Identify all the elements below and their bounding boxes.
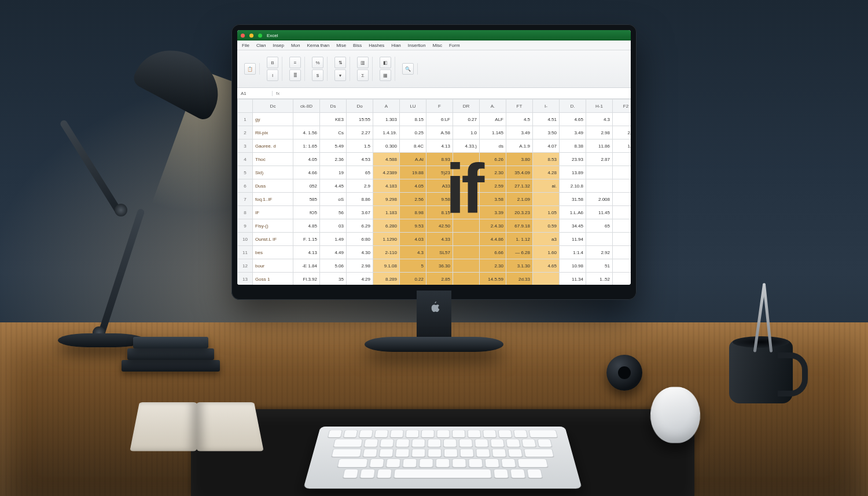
data-cell[interactable]: 1.L.A6 [560,206,586,219]
data-cell[interactable]: 4.49 [320,246,347,259]
data-cell[interactable]: 4.5 [506,113,533,126]
data-cell[interactable] [533,193,560,206]
data-cell[interactable]: 4.183 [373,179,400,193]
data-cell[interactable]: 4.66 [293,166,320,179]
fx-icon[interactable]: fx [273,91,283,96]
data-cell[interactable]: 4:29 [347,273,373,285]
column-header[interactable]: D. [560,100,586,113]
row-label-cell[interactable]: Ril-pix [253,126,293,139]
data-cell[interactable]: 20.3.23 [506,206,533,219]
data-cell[interactable]: 23.93 [560,153,586,166]
data-cell[interactable]: 1.49 [320,233,347,246]
data-cell[interactable]: 4.33 [426,233,453,246]
data-cell[interactable] [613,273,631,285]
data-cell[interactable]: 8.86 [347,193,373,206]
data-cell[interactable] [613,233,631,246]
data-cell[interactable]: 2.30 [480,259,506,273]
data-cell[interactable]: 2.36 [320,153,347,166]
data-cell[interactable]: 2.30 [480,166,506,179]
filter-icon[interactable]: ▾ [334,69,346,81]
row-header[interactable]: 8 [238,206,253,219]
data-cell[interactable]: 3:50 [533,126,560,139]
data-cell[interactable]: 6.26 [480,153,506,166]
data-cell[interactable]: 1..52 [586,273,613,285]
row-header[interactable]: 12 [238,259,253,273]
menu-item[interactable]: File [242,43,249,48]
data-cell[interactable]: 56 [320,206,347,219]
row-label-cell[interactable]: bour [253,259,293,273]
data-cell[interactable]: 34.45 [560,219,586,233]
row-label-cell[interactable]: Ounst.L IF [253,233,293,246]
data-cell[interactable]: F. 1.15 [293,233,320,246]
align-center-icon[interactable]: ≣ [289,69,301,81]
column-header[interactable]: H-1 [586,100,613,113]
row-label-cell[interactable]: foq.1..IF [253,193,293,206]
data-cell[interactable] [453,193,480,206]
data-cell[interactable]: 2.27 [347,126,373,139]
row-label-cell[interactable]: IF [253,206,293,219]
data-cell[interactable]: 1: 1.65 [293,139,320,153]
data-cell[interactable]: 3.80 [506,153,533,166]
data-cell[interactable] [613,166,631,179]
data-cell[interactable] [453,246,480,259]
row-header[interactable]: 5 [238,166,253,179]
data-cell[interactable]: 2.98 [586,126,613,139]
data-cell[interactable]: 35.4.09 [506,166,533,179]
data-cell[interactable]: 9.1.08 [373,259,400,273]
name-box[interactable]: A1 [237,91,273,96]
data-cell[interactable]: 14.5.59 [480,273,506,285]
row-header[interactable]: 11 [238,246,253,259]
traffic-light-close-icon[interactable] [241,34,245,38]
data-cell[interactable]: A.1.9 [506,139,533,153]
data-cell[interactable]: 6.29 [347,219,373,233]
row-label-cell[interactable]: Thoc [253,153,293,166]
data-cell[interactable]: 3.39 [480,206,506,219]
data-cell[interactable]: 0.22 [400,273,426,285]
column-header[interactable]: FT [506,100,533,113]
menu-item[interactable]: Form [449,43,460,48]
data-cell[interactable]: 13.89 [560,166,586,179]
data-cell[interactable]: 2.98 [347,259,373,273]
traffic-light-min-icon[interactable] [249,34,253,38]
data-cell[interactable]: a3 [533,233,560,246]
menu-item[interactable]: Insep [273,43,284,48]
data-cell[interactable] [453,219,480,233]
data-cell[interactable]: 11.34 [560,273,586,285]
data-cell[interactable]: 1.4.19. [373,126,400,139]
data-cell[interactable]: 4.45 [320,179,347,193]
data-cell[interactable]: 5)23 [426,166,453,179]
row-label-cell[interactable]: bes [253,246,293,259]
data-cell[interactable]: 8.15 [400,113,426,126]
data-cell[interactable]: 67.9.18 [506,219,533,233]
data-cell[interactable]: 4.3 [400,246,426,259]
data-cell[interactable] [453,179,480,193]
data-cell[interactable] [613,246,631,259]
row-header[interactable]: 13 [238,273,253,285]
data-cell[interactable]: 6.66 [480,246,506,259]
data-cell[interactable] [453,206,480,219]
data-cell[interactable]: 2.9 [347,179,373,193]
data-cell[interactable]: 8.15 [426,206,453,219]
data-cell[interactable] [613,153,631,166]
data-cell[interactable]: 4.30 [347,246,373,259]
data-cell[interactable]: 65 [347,166,373,179]
data-cell[interactable] [453,259,480,273]
currency-icon[interactable]: $ [312,69,323,81]
data-cell[interactable] [613,259,631,273]
data-cell[interactable]: fO5 [293,206,320,219]
column-header[interactable]: ck-8D [293,100,320,113]
data-cell[interactable]: 4.4.86 [480,233,506,246]
data-cell[interactable]: 11.86 [586,139,613,153]
data-cell[interactable]: -E 1.84 [293,259,320,273]
data-cell[interactable]: 4.13 [293,246,320,259]
data-cell[interactable]: 4. 1.56 [293,126,320,139]
data-cell[interactable]: 65 [586,219,613,233]
row-label-cell[interactable]: gy [253,113,293,126]
data-cell[interactable]: 8.98 [400,206,426,219]
data-cell[interactable]: 3.67 [347,206,373,219]
row-header[interactable]: 9 [238,219,253,233]
fill-icon[interactable]: ◧ [380,57,391,68]
row-header[interactable]: 7 [238,193,253,206]
data-cell[interactable]: 1.303 [373,113,400,126]
menu-item[interactable]: Biss [353,43,362,48]
